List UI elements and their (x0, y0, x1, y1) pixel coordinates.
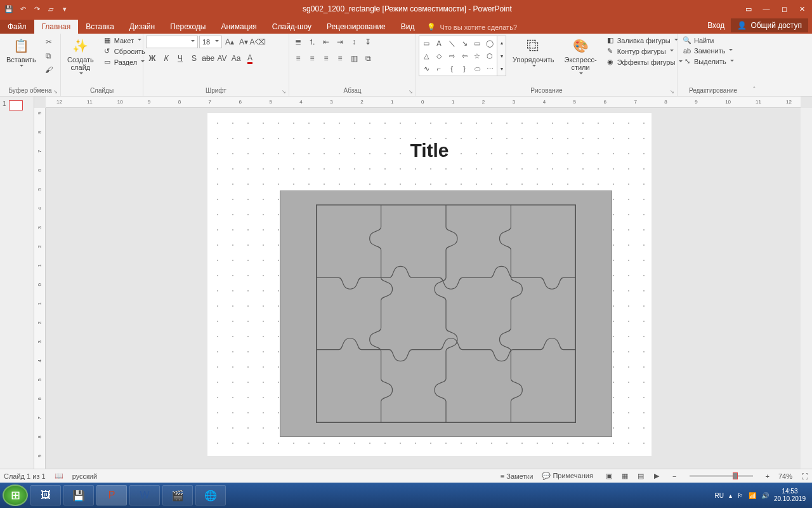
replace-button[interactable]: abЗаменить (680, 46, 737, 55)
new-slide-button[interactable]: ✨ Создать слайд (63, 36, 98, 77)
strike-icon[interactable]: abc (202, 52, 214, 65)
gray-rectangle-shape[interactable] (280, 190, 612, 437)
taskbar-word[interactable]: W (129, 485, 160, 505)
shape-brace-l-icon[interactable]: { (446, 63, 457, 74)
text-direction-icon[interactable]: ↧ (362, 36, 374, 48)
paste-button[interactable]: 📋 Вставить (3, 36, 40, 70)
slide[interactable]: Title (207, 113, 652, 456)
tray-flag-icon[interactable]: 🏳 (737, 492, 743, 499)
comments-button[interactable]: 💬 Примечания (542, 472, 593, 480)
zoom-out-button[interactable]: − (672, 472, 676, 480)
smartart-icon[interactable]: ⧉ (362, 52, 374, 65)
char-spacing-icon[interactable]: AV (216, 52, 228, 65)
taskbar-chrome[interactable]: 🌐 (195, 485, 226, 505)
shape-rect-icon[interactable]: ▭ (421, 37, 432, 49)
minimize-icon[interactable]: — (759, 3, 774, 15)
shape-connector-icon[interactable]: ⌐ (433, 63, 445, 74)
shape-oval-icon[interactable]: ◯ (484, 37, 495, 49)
shape-fill-button[interactable]: ◧Заливка фигуры (603, 36, 686, 45)
outdent-icon[interactable]: ⇤ (320, 36, 332, 48)
reset-button[interactable]: ↺Сбросить (100, 46, 148, 56)
taskbar-app-2[interactable]: 💾 (63, 485, 94, 505)
section-button[interactable]: ▭Раздел (100, 57, 148, 67)
bold-icon[interactable]: Ж (146, 52, 159, 65)
shape-rarrow-icon[interactable]: ⇨ (446, 50, 457, 62)
tell-me[interactable]: 💡 Что вы хотите сделать? (422, 23, 522, 34)
shape-hex-icon[interactable]: ⬡ (484, 50, 495, 62)
reading-view-icon[interactable]: ▤ (634, 472, 648, 480)
tab-view[interactable]: Вид (393, 20, 422, 34)
indent-icon[interactable]: ⇥ (334, 36, 346, 48)
shape-text-icon[interactable]: A (433, 37, 445, 49)
font-name-combo[interactable] (146, 36, 198, 48)
tab-review[interactable]: Рецензирование (319, 20, 393, 34)
puzzle-graphic[interactable] (316, 204, 576, 423)
tray-volume-icon[interactable]: 🔊 (761, 492, 769, 499)
numbering-icon[interactable]: ⒈ (306, 36, 318, 48)
cut-icon[interactable]: ✂ (43, 36, 55, 48)
slide-canvas[interactable]: Title (46, 108, 801, 470)
language-indicator[interactable]: русский (72, 472, 97, 480)
align-left-icon[interactable]: ≡ (292, 52, 304, 65)
tray-network-icon[interactable]: 📶 (749, 492, 756, 499)
qat-more-icon[interactable]: ▾ (60, 5, 70, 13)
align-center-icon[interactable]: ≡ (306, 52, 318, 65)
expand-gallery-icon[interactable]: ▾ (497, 62, 506, 76)
sorter-view-icon[interactable]: ▦ (618, 472, 632, 480)
change-case-icon[interactable]: Aa (230, 52, 242, 65)
close-icon[interactable]: ✕ (794, 3, 809, 15)
zoom-level[interactable]: 74% (778, 472, 792, 480)
redo-icon[interactable]: ↷ (32, 5, 42, 13)
font-size-combo[interactable]: 18 (199, 36, 222, 48)
scroll-up-icon[interactable]: ▴ (497, 36, 506, 50)
signin-button[interactable]: Вход (707, 21, 724, 30)
quick-styles-button[interactable]: 🎨 Экспресс- стили (560, 36, 600, 77)
taskbar-app-5[interactable]: 🎬 (162, 485, 193, 505)
spellcheck-icon[interactable]: 📖 (55, 472, 63, 480)
shape-diamond-icon[interactable]: ◇ (433, 50, 445, 62)
taskbar-powerpoint[interactable]: P (96, 485, 127, 505)
tab-slideshow[interactable]: Слайд-шоу (265, 20, 319, 34)
shape-star-icon[interactable]: ☆ (471, 50, 483, 62)
select-button[interactable]: ⤡Выделить (680, 57, 737, 66)
format-painter-icon[interactable]: 🖌 (43, 64, 55, 76)
tray-lang[interactable]: RU (714, 492, 723, 499)
shape-triangle-icon[interactable]: △ (421, 50, 432, 62)
shape-gallery-scroll[interactable]: ▴▾▾ (497, 36, 506, 76)
slide-thumbnails-pane[interactable]: 1 (0, 97, 34, 470)
justify-icon[interactable]: ≡ (334, 52, 346, 65)
shape-arrow-icon[interactable]: ↘ (459, 37, 470, 49)
shape-rectangle-icon[interactable]: ▭ (471, 37, 483, 49)
shape-more-icon[interactable]: ⋯ (484, 63, 495, 74)
shape-line-icon[interactable]: ＼ (446, 37, 457, 49)
italic-icon[interactable]: К (160, 52, 173, 65)
thumb-preview[interactable] (9, 100, 23, 110)
shape-curve-icon[interactable]: ∿ (421, 63, 432, 74)
ribbon-options-icon[interactable]: ▭ (741, 3, 756, 15)
collapse-ribbon-icon[interactable]: ˆ (753, 86, 755, 93)
copy-icon[interactable]: ⧉ (43, 50, 55, 62)
tab-animations[interactable]: Анимация (213, 20, 264, 34)
tab-insert[interactable]: Вставка (78, 20, 122, 34)
maximize-icon[interactable]: ◻ (776, 3, 792, 15)
arrange-button[interactable]: ⿻ Упорядочить (509, 36, 558, 70)
shape-outline-button[interactable]: ✎Контур фигуры (603, 46, 686, 56)
layout-button[interactable]: ▦Макет (100, 36, 148, 45)
tab-file[interactable]: Файл (0, 20, 34, 34)
bullets-icon[interactable]: ≣ (292, 36, 304, 48)
shadow-icon[interactable]: S (188, 52, 200, 65)
tab-home[interactable]: Главная (34, 20, 79, 34)
slide-title-text[interactable]: Title (207, 140, 652, 161)
tray-up-icon[interactable]: ▴ (729, 492, 732, 499)
share-button[interactable]: 👤 Общий доступ (731, 18, 808, 32)
line-spacing-icon[interactable]: ↕ (348, 36, 360, 48)
notes-button[interactable]: ≡ Заметки (501, 472, 534, 480)
shrink-font-icon[interactable]: A▾ (237, 36, 250, 48)
font-color-icon[interactable]: A (244, 52, 256, 65)
undo-icon[interactable]: ↶ (18, 5, 28, 13)
columns-icon[interactable]: ▥ (348, 52, 360, 65)
slideshow-view-icon[interactable]: ▶ (650, 472, 664, 480)
grow-font-icon[interactable]: A▴ (223, 36, 236, 48)
zoom-in-button[interactable]: + (766, 472, 769, 480)
fit-to-window-icon[interactable]: ⛶ (801, 472, 808, 480)
